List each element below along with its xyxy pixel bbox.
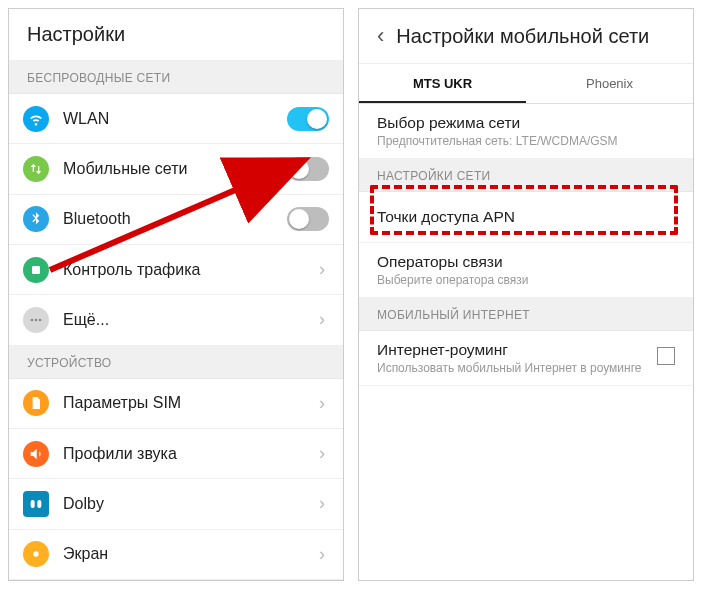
item-bluetooth[interactable]: Bluetooth	[9, 195, 343, 245]
svg-point-2	[35, 319, 38, 322]
dolby-icon	[23, 491, 49, 517]
setting-title: Операторы связи	[377, 253, 675, 271]
tab-phoenix[interactable]: Phoenix	[526, 64, 693, 103]
chevron-right-icon: ›	[315, 493, 329, 514]
svg-rect-5	[37, 500, 41, 508]
item-sound[interactable]: Профили звука ›	[9, 429, 343, 479]
section-mobile-internet: МОБИЛЬНЫЙ ИНТЕРНЕТ	[359, 298, 693, 331]
chevron-right-icon: ›	[315, 309, 329, 330]
mobile-toggle[interactable]	[287, 157, 329, 181]
more-icon	[23, 307, 49, 333]
item-more[interactable]: Ещё... ›	[9, 295, 343, 345]
item-wlan[interactable]: WLAN	[9, 94, 343, 144]
item-label: Контроль трафика	[63, 261, 315, 279]
item-sim[interactable]: Параметры SIM ›	[9, 379, 343, 429]
setting-sub: Выберите оператора связи	[377, 273, 675, 287]
item-label: Экран	[63, 545, 315, 563]
wlan-toggle[interactable]	[287, 107, 329, 131]
bluetooth-toggle[interactable]	[287, 207, 329, 231]
item-mobile-networks[interactable]: Мобильные сети	[9, 144, 343, 194]
setting-title: Интернет-роуминг	[377, 341, 645, 359]
tab-mts-ukr[interactable]: MTS UKR	[359, 64, 526, 103]
mobile-network-screen: ‹ Настройки мобильной сети MTS UKR Phoen…	[358, 8, 694, 581]
item-label: Профили звука	[63, 445, 315, 463]
item-traffic[interactable]: Контроль трафика ›	[9, 245, 343, 295]
chevron-right-icon: ›	[315, 443, 329, 464]
svg-point-1	[31, 319, 34, 322]
item-label: Параметры SIM	[63, 394, 315, 412]
sound-icon	[23, 441, 49, 467]
sim-icon	[23, 390, 49, 416]
section-net-settings: НАСТРОЙКИ СЕТИ	[359, 159, 693, 192]
item-display[interactable]: Экран ›	[9, 530, 343, 580]
setting-title: Точки доступа APN	[377, 208, 675, 226]
svg-point-3	[39, 319, 42, 322]
page-title: Настройки мобильной сети	[396, 25, 649, 48]
settings-screen: Настройки БЕСПРОВОДНЫЕ СЕТИ WLAN Мобильн…	[8, 8, 344, 581]
display-icon	[23, 541, 49, 567]
back-icon[interactable]: ‹	[377, 23, 384, 49]
item-label: Мобильные сети	[63, 160, 287, 178]
chevron-right-icon: ›	[315, 544, 329, 565]
setting-roaming[interactable]: Интернет-роуминг Использовать мобильный …	[359, 331, 693, 386]
item-dolby[interactable]: Dolby ›	[9, 479, 343, 529]
header: ‹ Настройки мобильной сети	[359, 9, 693, 64]
roaming-checkbox[interactable]	[657, 347, 675, 365]
chevron-right-icon: ›	[315, 393, 329, 414]
setting-title: Выбор режима сети	[377, 114, 675, 132]
traffic-icon	[23, 257, 49, 283]
setting-apn[interactable]: Точки доступа APN	[359, 192, 693, 243]
svg-rect-0	[32, 266, 40, 274]
bluetooth-icon	[23, 206, 49, 232]
item-label: Dolby	[63, 495, 315, 513]
setting-sub: Предпочтительная сеть: LTE/WCDMA/GSM	[377, 134, 675, 148]
page-title: Настройки	[9, 9, 343, 61]
mobile-data-icon	[23, 156, 49, 182]
svg-point-6	[33, 552, 38, 557]
item-label: WLAN	[63, 110, 287, 128]
svg-rect-4	[31, 500, 35, 508]
sim-tabs: MTS UKR Phoenix	[359, 64, 693, 104]
item-label: Ещё...	[63, 311, 315, 329]
section-device: УСТРОЙСТВО	[9, 346, 343, 379]
setting-operators[interactable]: Операторы связи Выберите оператора связи	[359, 243, 693, 298]
item-label: Bluetooth	[63, 210, 287, 228]
section-wireless: БЕСПРОВОДНЫЕ СЕТИ	[9, 61, 343, 94]
setting-network-mode[interactable]: Выбор режима сети Предпочтительная сеть:…	[359, 104, 693, 159]
wifi-icon	[23, 106, 49, 132]
setting-sub: Использовать мобильный Интернет в роумин…	[377, 361, 645, 375]
chevron-right-icon: ›	[315, 259, 329, 280]
